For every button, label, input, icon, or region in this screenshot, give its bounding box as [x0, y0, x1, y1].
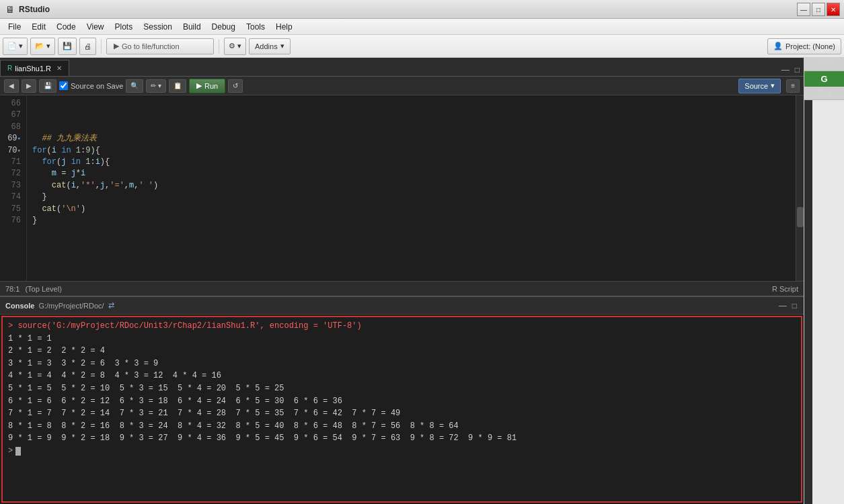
goto-label: Go to file/function: [122, 42, 180, 50]
line-73: }: [32, 192, 47, 202]
line-74: cat('\n'): [32, 204, 85, 214]
line-72: cat(i,'*',j,'=',m,' '): [32, 181, 158, 190]
run-button[interactable]: ▶ Run: [189, 79, 225, 93]
menu-plots[interactable]: Plots: [110, 21, 139, 33]
maximize-console-button[interactable]: □: [791, 300, 798, 312]
menubar: File Edit Code View Plots Session Build …: [0, 19, 844, 35]
run-label: Run: [204, 82, 218, 90]
options-button[interactable]: ⚙ ▾: [224, 38, 246, 55]
minimize-console-button[interactable]: —: [777, 300, 788, 312]
editor-tab-lianshu[interactable]: R lianShu1.R ✕: [0, 60, 69, 76]
line-num-69: 69▾: [3, 133, 21, 144]
code-content[interactable]: ## 九九乘法表 for(i in 1:9){ for(j in 1:i){ m…: [27, 95, 796, 281]
console-title: Console: [5, 302, 34, 310]
line-num-66: 66: [3, 98, 21, 110]
menu-build[interactable]: Build: [178, 21, 206, 33]
maximize-button[interactable]: □: [812, 3, 825, 16]
forward-button[interactable]: ▶: [22, 79, 36, 93]
editor-toolbar: ◀ ▶ 💾 Source on Save 🔍 ✏ ▾ 📋 ▶ Run ↺ Sou…: [0, 77, 804, 95]
save-file-button[interactable]: 💾: [39, 79, 56, 93]
editor-console-container: R lianShu1.R ✕ — □ ◀ ▶ 💾 Source on Save: [0, 58, 804, 504]
minimize-button[interactable]: —: [797, 3, 810, 16]
open-file-button[interactable]: 📂 ▾: [30, 38, 55, 55]
app-icon: 🖥: [5, 4, 15, 15]
tab-controls: — □: [780, 64, 804, 76]
console-path-icon: ⇄: [108, 301, 114, 310]
menu-edit[interactable]: Edit: [26, 21, 51, 33]
right-panel-files-tab[interactable]: Files: [804, 87, 844, 100]
console-controls: — □: [777, 300, 798, 312]
menu-file[interactable]: File: [3, 21, 26, 33]
line-71: m = j*i: [32, 169, 85, 178]
search-button[interactable]: 🔍: [126, 79, 143, 93]
right-panel-scrollbar[interactable]: [804, 100, 812, 504]
console-path: G:/myProject/RDoc/: [38, 302, 104, 310]
line-70: for(j in 1:i){: [32, 157, 110, 167]
print-button[interactable]: 🖨: [79, 38, 96, 55]
options-icon: ⚙: [229, 42, 235, 50]
right-panel-envir-tab[interactable]: Envir: [804, 58, 844, 71]
right-panel: Envir G Files: [804, 58, 844, 504]
user-icon: 👤: [773, 42, 783, 50]
console-line-3: 3 * 1 = 3 3 * 2 = 6 3 * 3 = 9: [8, 358, 796, 370]
console-prompt[interactable]: >: [8, 445, 796, 458]
line-num-75: 75: [3, 204, 21, 215]
project-button[interactable]: 👤 Project: (None): [767, 38, 841, 54]
code-tools-button[interactable]: ✏ ▾: [146, 79, 166, 93]
tab-filename: lianShu1.R: [15, 65, 51, 73]
maximize-editor-button[interactable]: □: [794, 64, 801, 76]
line-numbers: 66 67 68 69▾ 70▾ 71 72 73 74 75 76: [0, 95, 27, 281]
console-line-1: 1 * 1 = 1: [8, 333, 796, 345]
menu-view[interactable]: View: [81, 21, 110, 33]
console-line-8: 8 * 1 = 8 8 * 2 = 16 8 * 3 = 24 8 * 4 = …: [8, 420, 796, 433]
console-line-9: 9 * 1 = 9 9 * 2 = 18 9 * 3 = 27 9 * 4 = …: [8, 432, 796, 445]
console-line-6: 6 * 1 = 6 6 * 2 = 12 6 * 3 = 18 6 * 4 = …: [8, 395, 796, 408]
source-button[interactable]: Source ▾: [738, 79, 781, 93]
save-button[interactable]: 💾: [58, 38, 77, 55]
compile-button[interactable]: 📋: [169, 79, 186, 93]
line-69: for(i in 1:9){: [32, 146, 100, 155]
source-label: Source: [744, 82, 768, 90]
editor-pane: R lianShu1.R ✕ — □ ◀ ▶ 💾 Source on Save: [0, 58, 804, 296]
source-on-save-label[interactable]: Source on Save: [59, 81, 123, 90]
dropdown-arrow3: ▾: [237, 42, 241, 50]
cursor-position: 78:1: [5, 285, 20, 293]
goto-file-button[interactable]: ▶ Go to file/function: [106, 38, 214, 54]
line-68: ## 九九乘法表: [32, 134, 97, 143]
addins-button[interactable]: Addins ▾: [249, 38, 291, 54]
print-icon: 🖨: [84, 42, 91, 50]
toolbar: 📄 ▾ 📂 ▾ 💾 🖨 ▶ Go to file/function ⚙ ▾ Ad…: [0, 35, 844, 58]
menu-tools[interactable]: Tools: [241, 21, 270, 33]
console-output-all: 1 * 1 = 1 2 * 1 = 2 2 * 2 = 4 3 * 1 = 3 …: [8, 333, 796, 445]
line-num-76: 76: [3, 215, 21, 226]
console-line-5: 5 * 1 = 5 5 * 2 = 10 5 * 3 = 15 5 * 4 = …: [8, 382, 796, 395]
editor-tabs: R lianShu1.R ✕ — □: [0, 58, 804, 77]
menu-debug[interactable]: Debug: [206, 21, 241, 33]
close-button[interactable]: ✕: [827, 3, 840, 16]
separator1: [101, 39, 102, 54]
tab-close-button[interactable]: ✕: [56, 65, 62, 72]
menu-help[interactable]: Help: [270, 21, 298, 33]
source-on-save-checkbox[interactable]: [59, 81, 68, 90]
menu-code[interactable]: Code: [51, 21, 81, 33]
line-num-70: 70▾: [3, 145, 21, 157]
main-layout: R lianShu1.R ✕ — □ ◀ ▶ 💾 Source on Save: [0, 58, 844, 504]
console-body: > source('G:/myProject/RDoc/Unit3/rChap2…: [1, 316, 802, 503]
project-label: Project: (None): [785, 42, 835, 50]
editor-scrollbar[interactable]: [796, 95, 804, 281]
status-context: (Top Level): [25, 285, 61, 293]
rerun-button[interactable]: ↺: [228, 79, 243, 93]
open-icon: 📂: [35, 42, 44, 50]
new-file-button[interactable]: 📄 ▾: [3, 38, 28, 55]
menu-session[interactable]: Session: [138, 21, 178, 33]
line-num-68: 68: [3, 122, 21, 133]
arrow-right-icon: ▶: [114, 42, 119, 50]
addins-arrow: ▾: [280, 42, 284, 50]
back-button[interactable]: ◀: [4, 79, 19, 93]
cursor-blink: [15, 447, 21, 456]
right-panel-g-button[interactable]: G: [804, 71, 844, 87]
more-options-button[interactable]: ≡: [786, 79, 800, 93]
minimize-editor-button[interactable]: —: [780, 64, 791, 76]
new-file-icon: 📄: [7, 42, 17, 50]
code-area: 66 67 68 69▾ 70▾ 71 72 73 74 75 76 ## 九九…: [0, 95, 804, 281]
